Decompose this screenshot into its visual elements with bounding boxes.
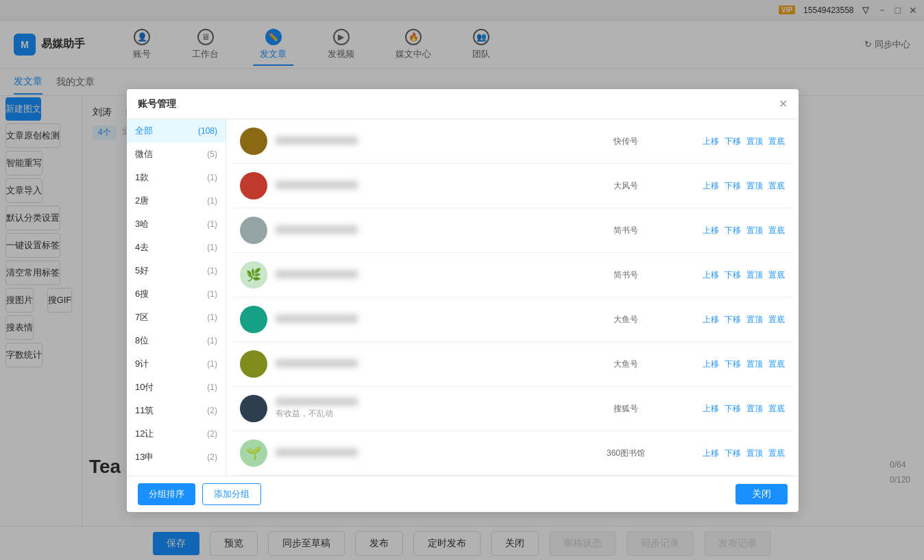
group-item-all[interactable]: 全部 (108) <box>127 119 226 143</box>
avatar-1 <box>240 127 267 155</box>
group-item-1[interactable]: 1款 (1) <box>127 166 226 189</box>
up-link-5[interactable]: 上移 <box>703 314 719 326</box>
blurred-name-1 <box>276 136 358 145</box>
totop-link-7[interactable]: 置顶 <box>746 403 763 415</box>
group-count-wechat: (5) <box>207 149 217 159</box>
up-link-6[interactable]: 上移 <box>703 358 719 370</box>
group-count-10: (1) <box>207 382 217 392</box>
tobottom-link-2[interactable]: 置底 <box>768 180 785 192</box>
group-label-13: 13申 <box>135 451 154 463</box>
group-count-all: (108) <box>198 126 217 136</box>
down-link-1[interactable]: 下移 <box>725 136 741 147</box>
group-item-2[interactable]: 2唐 (1) <box>127 189 226 212</box>
account-name-2 <box>276 181 590 191</box>
group-label-3: 3哈 <box>135 218 149 230</box>
actions-1: 上移 下移 置顶 置底 <box>661 136 785 147</box>
platform-4: 简书号 <box>598 269 653 281</box>
group-count-2: (1) <box>207 196 217 206</box>
avatar-8: 🌱 <box>240 439 267 467</box>
blurred-name-8 <box>276 448 358 456</box>
group-label-4: 4去 <box>135 241 149 254</box>
down-link-3[interactable]: 下移 <box>725 225 741 236</box>
up-link-1[interactable]: 上移 <box>703 136 719 147</box>
up-link-2[interactable]: 上移 <box>703 180 719 192</box>
group-item-9[interactable]: 9计 (1) <box>127 352 226 376</box>
account-desc-7: 有收益，不乱动 <box>276 408 590 419</box>
group-item-5[interactable]: 5好 (1) <box>127 259 226 282</box>
group-item-4[interactable]: 4去 (1) <box>127 236 226 259</box>
up-link-8[interactable]: 上移 <box>703 448 719 459</box>
tobottom-link-5[interactable]: 置底 <box>768 314 785 326</box>
group-item-7[interactable]: 7区 (1) <box>127 306 226 329</box>
tobottom-link-6[interactable]: 置底 <box>768 358 785 370</box>
group-label-6: 6搜 <box>135 288 149 300</box>
group-label-1: 1款 <box>135 171 149 184</box>
modal-footer: 分组排序 添加分组 关闭 <box>127 476 799 512</box>
blurred-name-5 <box>276 315 358 323</box>
account-name-6 <box>276 359 590 369</box>
group-item-wechat[interactable]: 微信 (5) <box>127 143 226 166</box>
avatar-5 <box>240 306 267 333</box>
group-count-12: (2) <box>207 429 217 439</box>
account-row: 快传号 上移 下移 置顶 置底 <box>233 119 792 164</box>
tobottom-link-7[interactable]: 置底 <box>768 403 785 415</box>
totop-link-6[interactable]: 置顶 <box>746 358 763 370</box>
tobottom-link-3[interactable]: 置底 <box>768 225 785 236</box>
group-label-14: 14行 <box>135 474 154 476</box>
up-link-4[interactable]: 上移 <box>703 269 719 281</box>
blurred-name-6 <box>276 359 358 367</box>
group-label-11: 11筑 <box>135 404 154 417</box>
totop-link-1[interactable]: 置顶 <box>746 136 763 147</box>
up-link-7[interactable]: 上移 <box>703 403 719 415</box>
group-item-6[interactable]: 6搜 (1) <box>127 282 226 306</box>
group-count-6: (1) <box>207 289 217 299</box>
tobottom-link-1[interactable]: 置底 <box>768 136 785 147</box>
modal-close-button[interactable]: ✕ <box>779 97 788 110</box>
modal-close-footer-button[interactable]: 关闭 <box>735 484 788 504</box>
down-link-4[interactable]: 下移 <box>725 269 741 281</box>
totop-link-4[interactable]: 置顶 <box>746 269 763 281</box>
down-link-5[interactable]: 下移 <box>725 314 741 326</box>
totop-link-5[interactable]: 置顶 <box>746 314 763 326</box>
account-row: 大风号 上移 下移 置顶 置底 <box>233 164 792 208</box>
group-label-5: 5好 <box>135 265 149 277</box>
group-count-7: (1) <box>207 313 217 322</box>
group-count-13: (2) <box>207 452 217 462</box>
up-link-3[interactable]: 上移 <box>703 225 719 236</box>
group-item-11[interactable]: 11筑 (2) <box>127 399 226 422</box>
tobottom-link-4[interactable]: 置底 <box>768 269 785 281</box>
blurred-name-4 <box>276 270 358 278</box>
actions-8: 上移 下移 置顶 置底 <box>661 448 785 459</box>
platform-8: 360图书馆 <box>598 448 653 459</box>
totop-link-2[interactable]: 置顶 <box>746 180 763 192</box>
group-item-13[interactable]: 13申 (2) <box>127 446 226 469</box>
down-link-2[interactable]: 下移 <box>725 180 741 192</box>
account-row: 大鱼号 上移 下移 置顶 置底 <box>233 297 792 342</box>
down-link-6[interactable]: 下移 <box>725 358 741 370</box>
platform-5: 大鱼号 <box>598 314 653 326</box>
modal-body: 全部 (108) 微信 (5) 1款 (1) 2唐 (1) 3哈 (1) 4去 … <box>127 119 799 476</box>
group-item-14[interactable]: 14行 (2) <box>127 469 226 476</box>
group-item-10[interactable]: 10付 (1) <box>127 376 226 399</box>
group-item-12[interactable]: 12让 (2) <box>127 422 226 446</box>
group-count-9: (1) <box>207 359 217 369</box>
account-name-7: 有收益，不乱动 <box>276 398 590 419</box>
group-count-3: (1) <box>207 219 217 229</box>
account-name-4 <box>276 270 590 280</box>
modal-header: 账号管理 ✕ <box>127 89 799 119</box>
actions-3: 上移 下移 置顶 置底 <box>661 225 785 236</box>
down-link-7[interactable]: 下移 <box>725 403 741 415</box>
modal-accounts-panel: 快传号 上移 下移 置顶 置底 大风号 上移 下移 置顶 <box>226 119 799 476</box>
totop-link-8[interactable]: 置顶 <box>746 448 763 459</box>
group-item-3[interactable]: 3哈 (1) <box>127 212 226 236</box>
blurred-name-3 <box>276 226 358 234</box>
group-sort-button[interactable]: 分组排序 <box>138 483 195 505</box>
add-group-button[interactable]: 添加分组 <box>202 483 261 505</box>
totop-link-3[interactable]: 置顶 <box>746 225 763 236</box>
group-label-all: 全部 <box>135 125 153 137</box>
account-row: 大鱼号 上移 下移 置顶 置底 <box>233 342 792 387</box>
actions-4: 上移 下移 置顶 置底 <box>661 269 785 281</box>
group-item-8[interactable]: 8位 (1) <box>127 329 226 352</box>
tobottom-link-8[interactable]: 置底 <box>768 448 785 459</box>
down-link-8[interactable]: 下移 <box>725 448 741 459</box>
